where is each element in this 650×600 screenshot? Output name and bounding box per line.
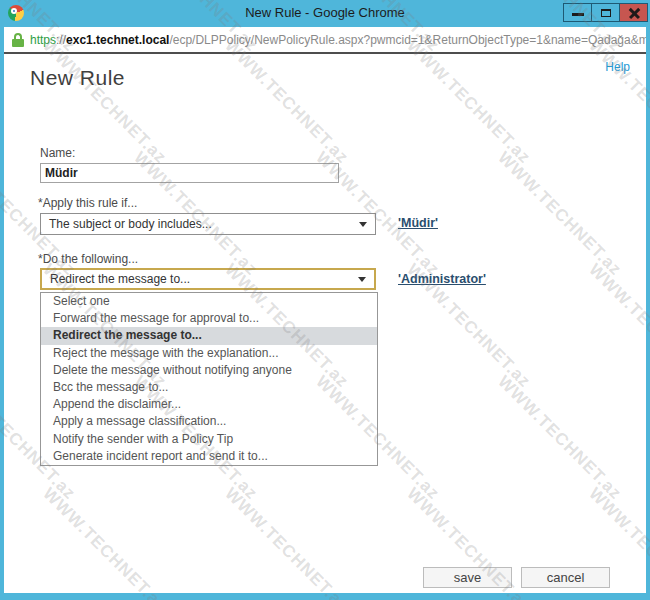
option-message-classification[interactable]: Apply a message classification...	[41, 413, 377, 430]
option-delete-message[interactable]: Delete the message without notifying any…	[41, 362, 377, 379]
window-controls	[564, 3, 648, 22]
window-title: New Rule - Google Chrome	[0, 5, 650, 20]
option-select-one[interactable]: Select one	[41, 293, 377, 310]
maximize-icon	[601, 9, 611, 17]
maximize-button[interactable]	[591, 3, 620, 22]
name-label: Name:	[40, 146, 75, 160]
condition-label: *Apply this rule if...	[38, 196, 137, 210]
name-input[interactable]	[40, 163, 339, 183]
option-forward-approval[interactable]: Forward the message for approval to...	[41, 310, 377, 327]
chevron-down-icon	[358, 277, 366, 282]
minimize-icon	[572, 13, 584, 16]
action-label: *Do the following...	[38, 252, 138, 266]
page-content: New Rule Help Name: *Apply this rule if.…	[4, 54, 646, 593]
option-policy-tip[interactable]: Notify the sender with a Policy Tip	[41, 431, 377, 448]
url-separator: ://	[56, 33, 66, 47]
url-domain: exc1.technet.local	[66, 33, 169, 47]
lock-body	[12, 39, 24, 47]
url-bar[interactable]: https://exc1.technet.local/ecp/DLPPolicy…	[4, 27, 646, 54]
action-dropdown-value: Redirect the message to...	[50, 272, 190, 286]
option-redirect-message[interactable]: Redirect the message to...	[41, 327, 377, 344]
action-options-list: Select one Forward the message for appro…	[40, 292, 378, 466]
url-text: https://exc1.technet.local/ecp/DLPPolicy…	[30, 33, 646, 47]
help-link[interactable]: Help	[605, 60, 630, 74]
save-button[interactable]: save	[423, 567, 512, 588]
condition-dropdown-value: The subject or body includes...	[49, 217, 212, 231]
option-reject-message[interactable]: Reject the message with the explanation.…	[41, 345, 377, 362]
url-path: /ecp/DLPPolicy/NewPolicyRule.aspx?pwmcid…	[169, 33, 646, 47]
action-value-link[interactable]: 'Administrator'	[398, 272, 486, 286]
action-dropdown[interactable]: Redirect the message to...	[40, 268, 376, 290]
cancel-button[interactable]: cancel	[521, 567, 610, 588]
url-scheme: https	[30, 33, 56, 47]
option-append-disclaimer[interactable]: Append the disclaimer...	[41, 396, 377, 413]
minimize-button[interactable]	[563, 3, 592, 22]
condition-dropdown[interactable]: The subject or body includes...	[40, 213, 376, 235]
browser-body: https://exc1.technet.local/ecp/DLPPolicy…	[4, 27, 646, 593]
close-button[interactable]	[619, 3, 648, 22]
browser-window: New Rule - Google Chrome https://exc1.te…	[0, 0, 650, 600]
titlebar[interactable]: New Rule - Google Chrome	[0, 0, 650, 27]
condition-value-link[interactable]: 'Müdir'	[398, 216, 438, 230]
page-title: New Rule	[30, 66, 125, 90]
option-bcc-message[interactable]: Bcc the message to...	[41, 379, 377, 396]
lock-icon	[12, 33, 24, 47]
chevron-down-icon	[359, 222, 367, 227]
option-incident-report[interactable]: Generate incident report and send it to.…	[41, 448, 377, 465]
